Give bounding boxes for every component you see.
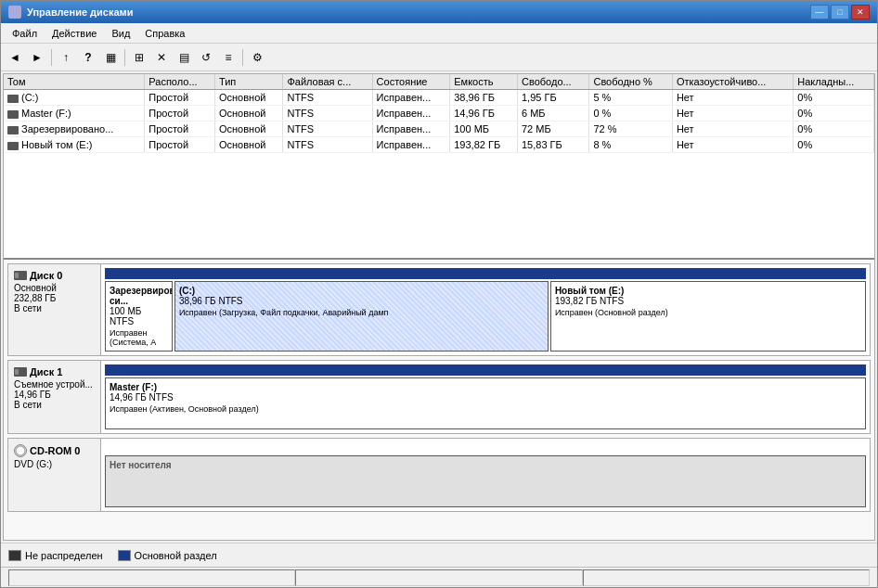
disk-type-cdrom0: DVD (G:) (14, 459, 95, 469)
volume-table-area: Том Располо... Тип Файловая с... Состоян… (4, 74, 874, 260)
back-button[interactable]: ◄ (5, 47, 25, 68)
close-button[interactable]: ✕ (851, 5, 870, 19)
partition-size: 14,96 ГБ NTFS (110, 392, 861, 403)
table-cell: Нет (672, 90, 793, 106)
table-row[interactable]: Зарезервировано...ПростойОсновнойNTFSИсп… (4, 121, 874, 137)
disk-body-disk1: Master (F:)14,96 ГБ NTFSИсправен (Активе… (101, 361, 870, 433)
legend-unallocated-label: Не распределен (25, 550, 103, 561)
menu-view[interactable]: Вид (104, 26, 137, 41)
table-cell: Новый том (E:) (4, 137, 145, 153)
delete-button[interactable]: ✕ (151, 47, 172, 68)
title-bar-left: Управление дисками (8, 6, 133, 19)
table-cell: 15,83 ГБ (518, 137, 589, 153)
menu-file[interactable]: Файл (5, 26, 45, 41)
col-free[interactable]: Свободо... (518, 74, 589, 90)
disk-name-cdrom0: CD-ROM 0 (14, 444, 95, 457)
table-cell: Нет (672, 137, 793, 153)
main-window: Управление дисками — □ ✕ Файл Действие В… (0, 0, 878, 588)
help-button[interactable]: ? (78, 47, 98, 68)
minimize-button[interactable]: — (810, 5, 829, 19)
disk-partitions-disk1: Master (F:)14,96 ГБ NTFSИсправен (Активе… (101, 377, 870, 433)
partition-size: 100 МБ NTFS (110, 306, 168, 326)
partition[interactable]: Нет носителя (105, 455, 866, 507)
status-bar (1, 567, 877, 587)
menu-help[interactable]: Справка (137, 26, 192, 41)
table-cell: Нет (672, 121, 793, 137)
partition[interactable]: Зарезервировано си...100 МБ NTFSИсправен… (105, 281, 173, 352)
col-location[interactable]: Располо... (145, 74, 215, 90)
table-cell: NTFS (283, 106, 372, 121)
table-row[interactable]: (C:)ПростойОсновнойNTFSИсправен...38,96 … (4, 90, 874, 106)
disk-partitions-disk0: Зарезервировано си...100 МБ NTFSИсправен… (101, 281, 870, 355)
col-capacity[interactable]: Емкость (450, 74, 518, 90)
table-cell: NTFS (283, 137, 372, 153)
col-filesystem[interactable]: Файловая с... (283, 74, 372, 90)
app-icon (8, 6, 21, 19)
disk-bar-cdrom0 (105, 442, 866, 454)
disk-panel-disk1: Диск 1Съемное устрой...14,96 ГБВ сетиMas… (7, 360, 871, 434)
table-cell: Основной (214, 106, 282, 121)
table-cell: 100 МБ (450, 121, 518, 137)
table-cell: 0% (794, 137, 874, 153)
new-volume-button[interactable]: ⊞ (129, 47, 149, 68)
table-cell: 1,95 ГБ (518, 90, 589, 106)
partition[interactable]: Новый том (E:)193,82 ГБ NTFSИсправен (Ос… (550, 281, 866, 352)
table-cell: 0% (794, 121, 874, 137)
table-row[interactable]: Новый том (E:)ПростойОсновнойNTFSИсправе… (4, 137, 874, 153)
forward-button[interactable]: ► (27, 47, 47, 68)
partition-label: Зарезервировано си... (110, 286, 168, 306)
table-cell: Простой (145, 90, 215, 106)
maximize-button[interactable]: □ (831, 5, 849, 19)
format-button[interactable]: ▤ (174, 47, 194, 68)
legend-primary-box (118, 550, 131, 561)
disk-info-disk1: Диск 1Съемное устрой...14,96 ГБВ сети (8, 361, 101, 433)
table-cell: 0 % (589, 106, 672, 121)
properties-button[interactable]: ≡ (218, 47, 239, 68)
up-button[interactable]: ↑ (56, 47, 76, 68)
table-cell: 72 МБ (518, 121, 589, 137)
col-fault[interactable]: Отказоустойчиво... (672, 74, 793, 90)
table-cell: Master (F:) (4, 106, 145, 121)
col-free-pct[interactable]: Свободно % (589, 74, 672, 90)
disk-panel-disk0: Диск 0Основной232,88 ГБВ сетиЗарезервиро… (7, 263, 871, 356)
col-status[interactable]: Состояние (372, 74, 450, 90)
disk-bar-disk0 (105, 268, 866, 279)
table-cell: Простой (145, 137, 215, 153)
legend-unallocated-box (8, 550, 21, 561)
table-cell: NTFS (283, 90, 372, 106)
col-overhead[interactable]: Накладны... (794, 74, 874, 90)
disk-name-disk0: Диск 0 (14, 270, 95, 281)
settings-button[interactable]: ⚙ (247, 47, 267, 68)
table-cell: NTFS (283, 121, 372, 137)
menu-action[interactable]: Действие (45, 26, 104, 41)
partition[interactable]: Master (F:)14,96 ГБ NTFSИсправен (Активе… (105, 377, 866, 429)
disk-body-disk0: Зарезервировано си...100 МБ NTFSИсправен… (101, 264, 870, 355)
partition-label: Новый том (E:) (555, 286, 861, 296)
volume-table: Том Располо... Тип Файловая с... Состоян… (4, 74, 874, 153)
table-cell: Нет (672, 106, 793, 121)
partition[interactable]: (C:)38,96 ГБ NTFSИсправен (Загрузка, Фай… (174, 281, 549, 352)
refresh-button[interactable]: ↺ (196, 47, 216, 68)
status-section-3 (583, 569, 870, 586)
col-type[interactable]: Тип (214, 74, 282, 90)
title-bar: Управление дисками — □ ✕ (1, 1, 877, 23)
legend-primary-label: Основной раздел (135, 550, 217, 561)
legend-primary: Основной раздел (118, 550, 217, 561)
partition-label: Нет носителя (110, 460, 861, 470)
showhide-button[interactable]: ▦ (100, 47, 121, 68)
disk-name-text-cdrom0: CD-ROM 0 (30, 445, 80, 456)
col-volume[interactable]: Том (4, 74, 145, 90)
legend-unallocated: Не распределен (8, 550, 103, 561)
table-cell: Исправен... (372, 137, 450, 153)
table-cell: Исправен... (372, 90, 450, 106)
table-cell: 14,96 ГБ (450, 106, 518, 121)
table-cell: 0% (794, 90, 874, 106)
title-bar-controls: — □ ✕ (810, 5, 870, 19)
table-row[interactable]: Master (F:)ПростойОсновнойNTFSИсправен..… (4, 106, 874, 121)
disk-body-cdrom0: Нет носителя (101, 439, 870, 511)
toolbar-sep-1 (51, 49, 52, 66)
table-header-row: Том Располо... Тип Файловая с... Состоян… (4, 74, 874, 90)
table-cell: 6 МБ (518, 106, 589, 121)
table-cell: Простой (145, 106, 215, 121)
table-cell: Исправен... (372, 121, 450, 137)
